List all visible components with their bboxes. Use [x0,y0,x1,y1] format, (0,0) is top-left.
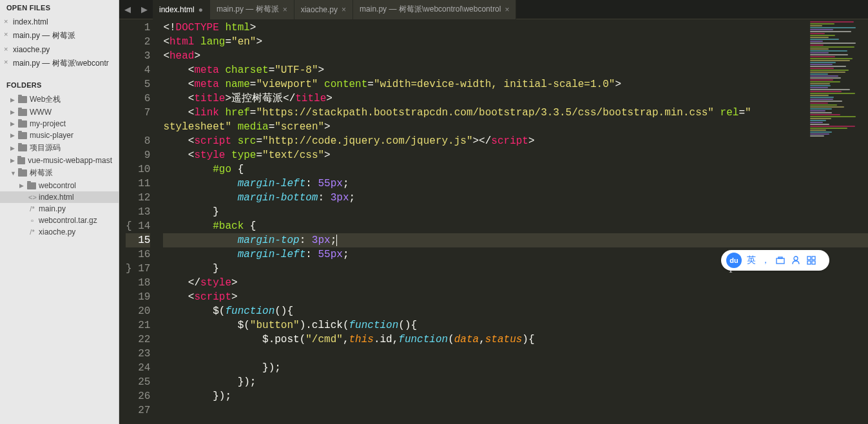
svg-rect-0 [776,258,784,264]
folder-icon [18,144,27,151]
chevron-right-icon: ▶ [10,157,15,164]
folders-header: FOLDERS [0,77,119,93]
ime-toolbar[interactable]: du 英 ， [721,250,829,271]
py-file-icon: /* [28,228,36,236]
tab-main-py-1[interactable]: main.py — 树莓派× [210,0,294,19]
person-icon[interactable] [791,255,801,265]
ime-punct-button[interactable]: ， [761,255,770,266]
sidebar: OPEN FILES ×index.html ×main.py — 树莓派 ×x… [0,0,119,424]
folder-item[interactable]: ▶webcontrol [0,180,119,191]
folder-item[interactable]: ▶vue-music-webapp-mast [0,155,119,166]
tab-main-py-2[interactable]: main.py — 树莓派\webcontrol\webcontrol× [353,0,516,19]
svg-point-2 [794,256,798,260]
open-file-item[interactable]: ×main.py — 树莓派\webcontr [0,56,119,71]
code-content[interactable]: <!DOCTYPE html><html lang="en"><head> <m… [159,19,868,424]
folder-icon [18,109,27,116]
chevron-right-icon: ▶ [10,145,15,151]
py-file-icon: /* [28,205,36,213]
ime-lang-button[interactable]: 英 [747,255,756,266]
folder-item[interactable]: ▶my-project [0,118,119,130]
svg-rect-5 [807,261,811,264]
folder-item[interactable]: ▼树莓派 [0,166,119,180]
tab-xiaoche[interactable]: xiaoche.py× [294,0,353,19]
chevron-right-icon: ▶ [10,120,15,127]
open-file-item[interactable]: ×xiaoche.py [0,43,119,56]
file-item-index[interactable]: <>index.html [0,191,119,203]
folder-item[interactable]: ▶项目源码 [0,141,119,155]
file-item[interactable]: /*xiaoche.py [0,226,119,238]
open-files-header: OPEN FILES [0,0,119,15]
nav-back-button[interactable]: ◀ [119,5,136,14]
tab-bar: ◀ ▶ index.html● main.py — 树莓派× xiaoche.p… [119,0,868,19]
chevron-right-icon: ▶ [19,182,24,189]
close-icon[interactable]: × [283,5,287,14]
folder-icon [18,132,27,139]
folder-item[interactable]: ▶Web全栈 [0,93,119,106]
baidu-ime-logo-icon[interactable]: du [726,253,742,268]
close-icon[interactable]: × [505,5,509,14]
close-icon[interactable]: × [4,30,8,38]
open-files-list: ×index.html ×main.py — 树莓派 ×xiaoche.py ×… [0,15,119,71]
svg-rect-1 [778,257,782,258]
folder-icon [27,182,36,189]
folder-item[interactable]: ▶music-player [0,130,119,141]
close-icon[interactable]: × [4,45,8,53]
grid-icon[interactable] [806,255,816,265]
chevron-down-icon: ▼ [10,170,15,177]
nav-forward-button[interactable]: ▶ [136,5,153,14]
close-icon[interactable]: × [4,58,8,66]
dirty-icon[interactable]: ● [198,5,203,14]
svg-rect-3 [807,256,811,260]
svg-rect-4 [812,256,815,260]
file-item[interactable]: ▫webcontrol.tar.gz [0,215,119,226]
html-file-icon: <> [28,193,36,201]
file-item[interactable]: /*main.py [0,203,119,215]
tab-index[interactable]: index.html● [153,0,210,19]
folder-icon [18,169,27,177]
folder-item[interactable]: ▶WWW [0,106,119,118]
close-icon[interactable]: × [342,5,346,14]
code-editor[interactable]: 12345678910111213{ 141516} 1718192021222… [119,19,868,424]
archive-file-icon: ▫ [28,217,36,224]
chevron-right-icon: ▶ [10,109,15,115]
open-file-item[interactable]: ×index.html [0,15,119,28]
editor-area: ◀ ▶ index.html● main.py — 树莓派× xiaoche.p… [119,0,868,424]
close-icon[interactable]: × [4,17,8,25]
folders-section: FOLDERS ▶Web全栈 ▶WWW ▶my-project ▶music-p… [0,77,119,238]
line-gutter: 12345678910111213{ 141516} 1718192021222… [119,19,159,424]
folder-icon [18,120,27,128]
toolbox-icon[interactable] [775,255,786,265]
chevron-right-icon: ▶ [10,132,15,139]
folder-icon [17,157,25,164]
folder-icon [18,96,27,103]
open-file-item[interactable]: ×main.py — 树莓派 [0,28,119,43]
chevron-right-icon: ▶ [10,97,15,103]
svg-rect-6 [812,261,815,264]
minimap[interactable] [809,21,867,111]
